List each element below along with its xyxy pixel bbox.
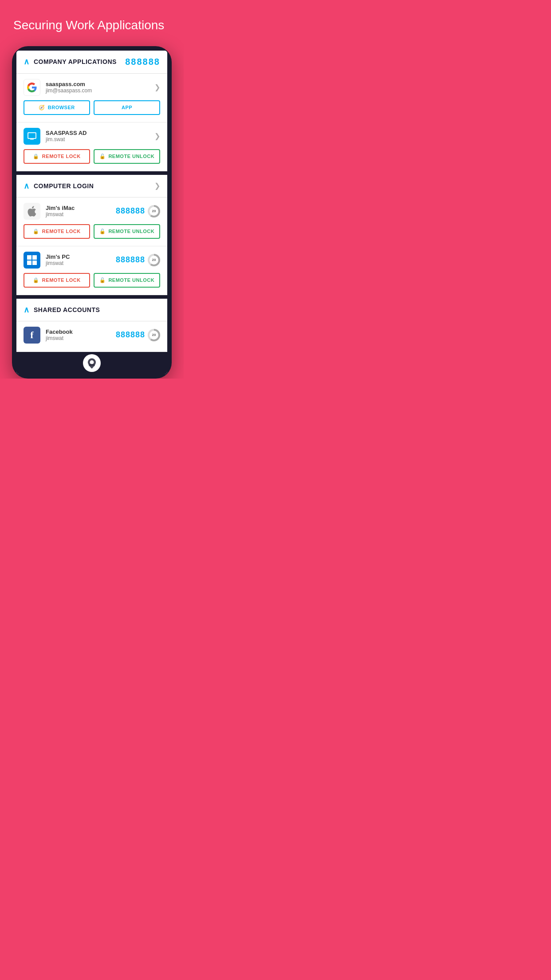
company-apps-header-left: ∧ COMPANY APPLICATIONS — [24, 57, 117, 67]
page-title: Securing Work Applications — [0, 18, 184, 46]
imac-code: 888888 — [116, 206, 145, 216]
saaspass-app-buttons: 🧭 BROWSER APP — [24, 100, 160, 115]
bottom-bar — [16, 352, 167, 374]
facebook-f: f — [30, 329, 33, 341]
pc-unlock-label: REMOTE UNLOCK — [108, 277, 154, 283]
pc-lock-button[interactable]: 🔒 REMOTE LOCK — [24, 273, 90, 288]
saaspass-ad-left: SAASPASS AD jim.swat — [24, 128, 87, 145]
computer-login-title: COMPUTER LOGIN — [34, 182, 94, 190]
imac-lock-label: REMOTE LOCK — [42, 229, 81, 234]
saaspass-ad-buttons: 🔒 REMOTE LOCK 🔓 REMOTE UNLOCK — [24, 149, 160, 164]
pc-code-container: 888888 20 — [116, 254, 160, 266]
app-button[interactable]: APP — [94, 100, 160, 115]
computer-login-header-left: ∧ COMPUTER LOGIN — [24, 181, 94, 191]
pc-info: Jim's PC jimswat 888888 20 — [24, 252, 160, 269]
apple-icon — [24, 203, 40, 220]
facebook-code: 888888 — [116, 330, 145, 340]
section-divider-2 — [16, 295, 167, 299]
imac-code-container: 888888 20 — [116, 205, 160, 217]
svg-point-4 — [90, 360, 94, 364]
saaspass-app-left: saaspass.com jim@saaspass.com — [24, 79, 92, 96]
saaspass-ad-info: SAASPASS AD jim.swat ❯ — [24, 128, 160, 145]
lock-icon-3: 🔒 — [33, 277, 39, 283]
saaspass-ad-chevron-icon[interactable]: ❯ — [154, 132, 160, 140]
shared-accounts-section-header[interactable]: ∧ SHARED ACCOUNTS — [16, 299, 167, 321]
facebook-details: Facebook jimswat — [46, 328, 73, 341]
saaspass-ad-lock-button[interactable]: 🔒 REMOTE LOCK — [24, 149, 90, 164]
imac-unlock-button[interactable]: 🔓 REMOTE UNLOCK — [94, 224, 160, 239]
lock-icon: 🔒 — [33, 154, 39, 159]
app-label: APP — [122, 105, 132, 110]
saaspass-app-info: saaspass.com jim@saaspass.com ❯ — [24, 79, 160, 96]
company-apps-section-header[interactable]: ∧ COMPANY APPLICATIONS 888888 — [16, 51, 167, 74]
imac-info: Jim's iMac jimswat 888888 20 — [24, 203, 160, 220]
imac-timer: 20 — [148, 205, 160, 217]
imac-unlock-label: REMOTE UNLOCK — [108, 229, 154, 234]
facebook-name: Facebook — [46, 328, 73, 335]
shared-accounts-chevron-up-icon: ∧ — [24, 305, 29, 315]
facebook-left: f Facebook jimswat — [24, 327, 73, 344]
unlock-icon: 🔓 — [99, 154, 106, 159]
pc-code: 888888 — [116, 255, 145, 265]
bottom-app-icon[interactable] — [83, 354, 101, 372]
saaspass-ad-name: SAASPASS AD — [46, 130, 87, 136]
saaspass-app-user: jim@saaspass.com — [46, 87, 92, 94]
pc-name: Jim's PC — [46, 253, 70, 260]
pc-buttons: 🔒 REMOTE LOCK 🔓 REMOTE UNLOCK — [24, 273, 160, 288]
pc-row: Jim's PC jimswat 888888 20 🔒 REMOTE LOCK — [16, 246, 167, 295]
imac-left: Jim's iMac jimswat — [24, 203, 75, 220]
computer-login-section-header[interactable]: ∧ COMPUTER LOGIN ❯ — [16, 175, 167, 198]
pc-left: Jim's PC jimswat — [24, 252, 70, 269]
compass-icon: 🧭 — [39, 105, 45, 111]
company-apps-title: COMPANY APPLICATIONS — [34, 58, 117, 65]
browser-label: BROWSER — [48, 105, 75, 110]
windows-grid — [27, 255, 37, 265]
pc-lock-label: REMOTE LOCK — [42, 277, 81, 283]
browser-button[interactable]: 🧭 BROWSER — [24, 100, 90, 115]
facebook-icon: f — [24, 327, 40, 344]
saaspass-ad-row: SAASPASS AD jim.swat ❯ 🔒 REMOTE LOCK 🔓 R… — [16, 122, 167, 171]
shared-accounts-title: SHARED ACCOUNTS — [34, 306, 100, 313]
company-apps-chevron-up-icon: ∧ — [24, 57, 29, 67]
computer-login-chevron-up-icon: ∧ — [24, 181, 29, 191]
company-apps-code: 888888 — [125, 57, 160, 67]
google-app-icon — [24, 79, 40, 96]
section-divider-1 — [16, 171, 167, 175]
saaspass-app-name: saaspass.com — [46, 81, 92, 87]
facebook-timer: 20 — [148, 329, 160, 341]
unlock-icon-3: 🔓 — [99, 277, 106, 283]
shared-accounts-header-left: ∧ SHARED ACCOUNTS — [24, 305, 100, 315]
svg-rect-2 — [30, 139, 34, 140]
saaspass-ad-unlock-button[interactable]: 🔓 REMOTE UNLOCK — [94, 149, 160, 164]
imac-buttons: 🔒 REMOTE LOCK 🔓 REMOTE UNLOCK — [24, 224, 160, 239]
lock-icon-2: 🔒 — [33, 229, 39, 234]
saaspass-ad-icon — [24, 128, 40, 145]
phone-screen: ∧ COMPANY APPLICATIONS 888888 — [16, 51, 167, 374]
computer-login-chevron-right-icon[interactable]: ❯ — [154, 182, 160, 190]
pc-unlock-button[interactable]: 🔓 REMOTE UNLOCK — [94, 273, 160, 288]
facebook-info: f Facebook jimswat 888888 20 — [24, 327, 160, 344]
imac-timer-value: 20 — [150, 207, 158, 216]
svg-rect-1 — [28, 133, 35, 138]
facebook-code-container: 888888 20 — [116, 329, 160, 341]
windows-icon — [24, 252, 40, 269]
pc-timer: 20 — [148, 254, 160, 266]
imac-details: Jim's iMac jimswat — [46, 205, 75, 217]
imac-name: Jim's iMac — [46, 205, 75, 211]
facebook-timer-value: 20 — [150, 331, 158, 340]
pc-details: Jim's PC jimswat — [46, 253, 70, 266]
remote-lock-label: REMOTE LOCK — [42, 154, 81, 159]
saaspass-ad-user: jim.swat — [46, 136, 87, 142]
phone-frame: ∧ COMPANY APPLICATIONS 888888 — [12, 46, 172, 379]
pc-timer-value: 20 — [150, 256, 158, 265]
facebook-user: jimswat — [46, 335, 73, 341]
saaspass-app-row: saaspass.com jim@saaspass.com ❯ 🧭 BROWSE… — [16, 74, 167, 122]
remote-unlock-label: REMOTE UNLOCK — [108, 154, 154, 159]
saaspass-app-chevron-icon[interactable]: ❯ — [154, 83, 160, 91]
imac-row: Jim's iMac jimswat 888888 20 🔒 REMOTE LO… — [16, 198, 167, 246]
unlock-icon-2: 🔓 — [99, 229, 106, 234]
facebook-row: f Facebook jimswat 888888 20 — [16, 321, 167, 352]
imac-user: jimswat — [46, 211, 75, 217]
imac-lock-button[interactable]: 🔒 REMOTE LOCK — [24, 224, 90, 239]
pc-user: jimswat — [46, 260, 70, 266]
